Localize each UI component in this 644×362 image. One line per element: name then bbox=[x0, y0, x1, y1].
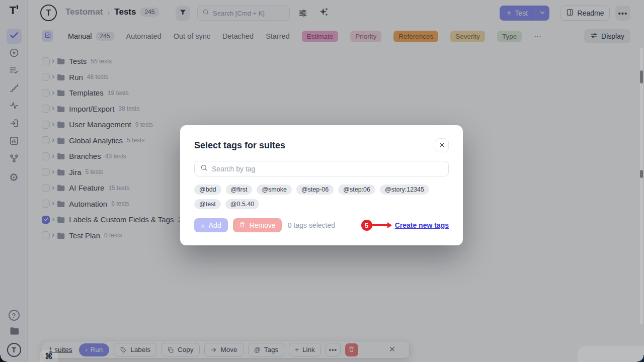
tag-pill[interactable]: @story:12345 bbox=[380, 185, 429, 195]
remove-label: Remove bbox=[250, 221, 276, 229]
search-icon bbox=[200, 164, 208, 173]
tag-list: @bdd@first@smoke@step-06@step:06@story:1… bbox=[194, 185, 449, 209]
tag-pill[interactable]: @step-06 bbox=[296, 185, 334, 195]
tag-pill[interactable]: @smoke bbox=[257, 185, 292, 195]
add-label: Add bbox=[209, 221, 221, 229]
plus-icon: + bbox=[201, 222, 205, 229]
window-corner bbox=[0, 355, 7, 362]
tag-pill[interactable]: @0.5.40 bbox=[225, 199, 259, 209]
remove-tags-button[interactable]: Remove bbox=[233, 218, 282, 232]
tutorial-annotation: 5 Create new tags bbox=[361, 220, 449, 231]
select-tags-modal: Select tags for suites @bdd@first@smoke@… bbox=[180, 125, 463, 245]
tags-selected-count: 0 tags selected bbox=[288, 221, 335, 229]
command-icon: ⌘ bbox=[45, 351, 53, 362]
arrow-shaft bbox=[371, 224, 387, 226]
tag-pill[interactable]: @first bbox=[226, 185, 253, 195]
scrollbar-thumb[interactable] bbox=[640, 70, 643, 83]
add-tags-button[interactable]: + Add bbox=[194, 218, 228, 232]
modal-title: Select tags for suites bbox=[194, 140, 285, 151]
tag-search[interactable] bbox=[194, 161, 449, 176]
arrow-head-icon bbox=[387, 222, 392, 228]
command-key-hint: ⌘ bbox=[40, 350, 58, 362]
window-corner bbox=[637, 355, 644, 362]
tag-search-input[interactable] bbox=[212, 165, 443, 173]
create-new-tags-link[interactable]: Create new tags bbox=[395, 221, 449, 229]
trash-icon bbox=[239, 221, 246, 229]
close-icon bbox=[439, 142, 445, 149]
modal-close-button[interactable] bbox=[435, 138, 449, 152]
toast-corner bbox=[578, 346, 644, 362]
tag-pill[interactable]: @step:06 bbox=[338, 185, 375, 195]
app-window: T bbox=[0, 0, 644, 362]
tag-pill[interactable]: @test bbox=[194, 199, 221, 209]
tag-pill[interactable]: @bdd bbox=[194, 185, 221, 195]
scrollbar[interactable] bbox=[640, 48, 643, 324]
step-number-badge: 5 bbox=[361, 220, 372, 231]
scrollbar-mark bbox=[640, 170, 643, 178]
